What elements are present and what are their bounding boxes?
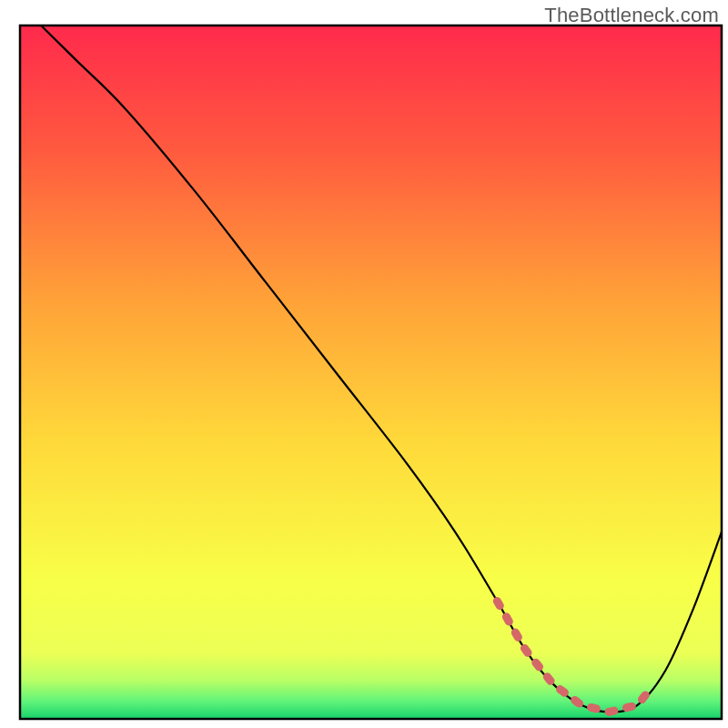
watermark-text: TheBottleneck.com <box>544 4 719 27</box>
chart-container: TheBottleneck.com <box>0 0 728 728</box>
bottleneck-chart <box>0 0 728 728</box>
plot-background <box>20 25 722 719</box>
